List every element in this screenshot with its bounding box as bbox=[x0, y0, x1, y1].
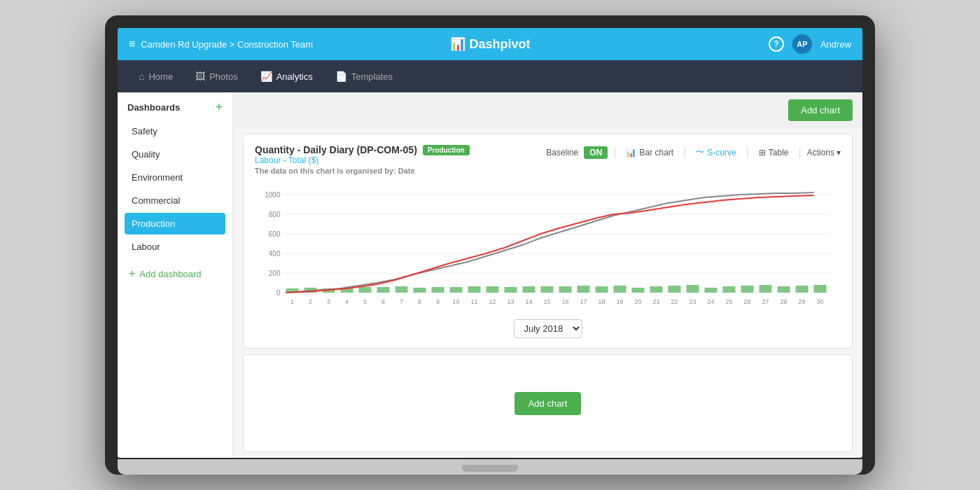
svg-rect-27 bbox=[559, 286, 572, 293]
svg-rect-34 bbox=[687, 285, 699, 293]
add-dashboard-icon[interactable]: + bbox=[215, 101, 223, 113]
app-name: Dashpivot bbox=[470, 37, 531, 52]
menu-icon[interactable]: ≡ bbox=[129, 38, 135, 50]
sidebar-item-commercial[interactable]: Commercial bbox=[125, 190, 225, 211]
add-chart-button-top[interactable]: Add chart bbox=[788, 99, 853, 121]
svg-rect-32 bbox=[650, 286, 663, 293]
add-dashboard-plus-icon: + bbox=[129, 267, 135, 280]
svg-text:2: 2 bbox=[309, 298, 312, 305]
svg-rect-36 bbox=[723, 286, 736, 293]
chart-svg: 1000 800 600 400 200 0 bbox=[255, 185, 841, 311]
svg-text:17: 17 bbox=[580, 298, 587, 305]
svg-text:9: 9 bbox=[436, 298, 440, 305]
nav-bar: ⌂ Home 🖼 Photos 📈 Analytics 📄 Templates bbox=[118, 60, 862, 92]
chart-title: Quantity - Daily Diary (DP-COM-05) Produ… bbox=[255, 144, 470, 155]
avatar: AP bbox=[792, 34, 812, 54]
on-badge[interactable]: ON bbox=[584, 146, 608, 159]
content-header: Add chart bbox=[233, 92, 862, 128]
actions-label: Actions bbox=[807, 148, 834, 158]
svg-text:19: 19 bbox=[616, 298, 623, 305]
svg-text:13: 13 bbox=[507, 298, 514, 305]
sidebar-title: Dashboards bbox=[127, 102, 180, 113]
top-bar-left: ≡ Camden Rd Upgrade > Construction Team bbox=[129, 38, 450, 50]
analytics-icon: 📈 bbox=[260, 71, 272, 82]
breadcrumb: Camden Rd Upgrade > Construction Team bbox=[141, 39, 313, 50]
svg-text:10: 10 bbox=[452, 298, 459, 305]
svg-text:21: 21 bbox=[652, 298, 659, 305]
add-dashboard-label: Add dashboard bbox=[139, 269, 201, 279]
sidebar: Dashboards + Safety Quality Environment … bbox=[118, 92, 233, 458]
svg-text:23: 23 bbox=[689, 298, 696, 305]
add-chart-button-empty[interactable]: Add chart bbox=[514, 392, 582, 415]
svg-text:27: 27 bbox=[762, 298, 769, 305]
svg-text:200: 200 bbox=[269, 270, 281, 277]
svg-rect-33 bbox=[668, 286, 681, 293]
table-btn[interactable]: ⊞ Table bbox=[755, 146, 793, 160]
logo-icon: 📊 bbox=[450, 36, 465, 52]
sidebar-item-quality[interactable]: Quality bbox=[125, 144, 225, 165]
svg-text:15: 15 bbox=[543, 298, 550, 305]
svg-rect-17 bbox=[377, 287, 390, 293]
nav-home-label: Home bbox=[148, 71, 173, 82]
svg-rect-31 bbox=[632, 288, 645, 293]
top-bar-right: ? AP Andrew bbox=[531, 34, 852, 54]
svg-rect-39 bbox=[778, 286, 790, 293]
svg-rect-28 bbox=[578, 286, 590, 293]
top-bar: ≡ Camden Rd Upgrade > Construction Team … bbox=[118, 28, 862, 60]
nav-photos[interactable]: 🖼 Photos bbox=[186, 65, 247, 88]
svg-rect-21 bbox=[450, 287, 463, 293]
svg-text:11: 11 bbox=[470, 298, 477, 305]
sidebar-item-environment[interactable]: Environment bbox=[125, 167, 225, 188]
svg-rect-19 bbox=[414, 288, 426, 293]
svg-rect-23 bbox=[486, 286, 499, 293]
month-select[interactable]: July 2018 bbox=[514, 319, 582, 338]
bar-chart-btn[interactable]: 📊 Bar chart bbox=[622, 146, 678, 160]
svg-rect-26 bbox=[541, 286, 554, 293]
sidebar-item-production[interactable]: Production bbox=[125, 213, 225, 234]
svg-text:20: 20 bbox=[634, 298, 641, 305]
main-layout: Dashboards + Safety Quality Environment … bbox=[118, 92, 862, 458]
chart-subtitle: Labour - Total ($) bbox=[255, 155, 470, 165]
nav-analytics[interactable]: 📈 Analytics bbox=[251, 65, 323, 88]
svg-rect-38 bbox=[760, 285, 772, 293]
svg-text:8: 8 bbox=[418, 298, 421, 305]
sidebar-item-labour[interactable]: Labour bbox=[125, 236, 225, 258]
table-icon: ⊞ bbox=[759, 148, 766, 158]
svg-text:24: 24 bbox=[707, 298, 714, 305]
templates-icon: 📄 bbox=[335, 71, 347, 82]
app-logo: 📊 Dashpivot bbox=[450, 36, 531, 52]
s-curve-icon: 〜 bbox=[696, 146, 704, 158]
chart-controls: Baseline ON | 📊 Bar chart | 〜 S-curve bbox=[546, 144, 841, 160]
svg-text:16: 16 bbox=[561, 298, 568, 305]
content-area: Add chart Quantity - Daily Diary (DP-COM… bbox=[233, 92, 862, 458]
svg-rect-40 bbox=[796, 286, 808, 293]
svg-rect-35 bbox=[705, 288, 718, 293]
chart-note: The data on this chart is organised by: … bbox=[255, 167, 470, 175]
nav-templates-label: Templates bbox=[351, 71, 393, 82]
nav-photos-label: Photos bbox=[209, 71, 237, 82]
s-curve-btn[interactable]: 〜 S-curve bbox=[692, 144, 740, 160]
svg-rect-41 bbox=[814, 285, 827, 293]
svg-rect-25 bbox=[523, 286, 536, 293]
svg-text:1: 1 bbox=[290, 298, 294, 305]
production-badge: Production bbox=[423, 145, 470, 155]
svg-text:800: 800 bbox=[269, 211, 281, 218]
svg-text:22: 22 bbox=[671, 298, 678, 305]
svg-text:29: 29 bbox=[798, 298, 805, 305]
chart-card: Quantity - Daily Diary (DP-COM-05) Produ… bbox=[243, 134, 853, 349]
nav-templates[interactable]: 📄 Templates bbox=[326, 65, 402, 88]
actions-chevron-icon: ▾ bbox=[836, 148, 841, 158]
svg-rect-24 bbox=[505, 287, 517, 293]
nav-analytics-label: Analytics bbox=[276, 71, 313, 82]
chart-title-area: Quantity - Daily Diary (DP-COM-05) Produ… bbox=[255, 144, 470, 182]
s-curve-label: S-curve bbox=[707, 148, 736, 158]
table-label: Table bbox=[769, 148, 789, 158]
svg-text:28: 28 bbox=[780, 298, 787, 305]
help-button[interactable]: ? bbox=[769, 36, 784, 52]
sidebar-item-safety[interactable]: Safety bbox=[125, 120, 225, 142]
actions-button[interactable]: Actions ▾ bbox=[807, 148, 841, 158]
bar-chart-icon: 📊 bbox=[626, 148, 636, 158]
svg-rect-16 bbox=[359, 287, 372, 293]
add-dashboard-button[interactable]: + Add dashboard bbox=[125, 262, 225, 286]
nav-home[interactable]: ⌂ Home bbox=[129, 65, 183, 88]
